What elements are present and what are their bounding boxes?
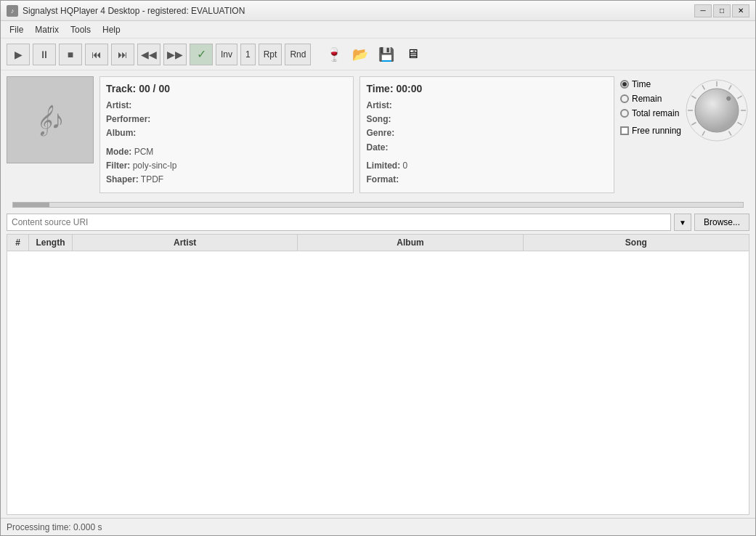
track-title: Track: 00 / 00 [106, 83, 347, 94]
rnd-button[interactable]: Rnd [285, 44, 311, 65]
performer-label: Performer: [106, 114, 150, 124]
next-track-button[interactable]: ⏭ [111, 44, 134, 65]
stop-button[interactable]: ■ [59, 44, 82, 65]
remain-radio[interactable]: Remain [620, 94, 681, 104]
artist-label: Artist: [106, 100, 131, 110]
album-field: Album: [106, 126, 347, 140]
time-panel: Time: 00:00 Artist: Song: Genre: Date: [359, 76, 614, 193]
col-album: Album [298, 235, 523, 251]
svg-point-12 [695, 89, 739, 132]
mode-label: Mode: [106, 147, 131, 157]
window-title: Signalyst HQPlayer 4 Desktop - registere… [23, 6, 245, 16]
volume-knob-container[interactable] [684, 78, 749, 143]
browse-button[interactable]: Browse... [694, 214, 749, 231]
mode-field: Mode: PCM [106, 145, 347, 159]
filter-field: Filter: poly-sinc-lp [106, 159, 347, 173]
performer-field: Performer: [106, 113, 347, 126]
time-radio-label: Time [632, 79, 651, 89]
wine-icon-button[interactable]: 🍷 [322, 44, 346, 65]
svg-line-7 [729, 85, 732, 89]
url-dropdown-button[interactable]: ▼ [674, 214, 691, 231]
right-panel: Time Remain Total remain Free running [620, 76, 749, 193]
check-button[interactable]: ✓ [190, 44, 213, 65]
free-running-checkbox[interactable]: Free running [620, 126, 681, 136]
menu-help[interactable]: Help [97, 23, 126, 36]
shaper-field: Shaper: TPDF [106, 173, 347, 187]
filter-value: poly-sinc-lp [133, 161, 177, 171]
inv-button[interactable]: Inv [216, 44, 237, 65]
col-song: Song [524, 235, 749, 251]
col-length: Length [29, 235, 73, 251]
radio-controls: Time Remain Total remain Free running [620, 76, 681, 136]
rpt-button[interactable]: Rpt [259, 44, 283, 65]
time-label: Time: [366, 83, 396, 94]
song-label: Song: [366, 114, 391, 124]
genre-label: Genre: [366, 128, 394, 138]
fast-forward-button[interactable]: ▶▶ [163, 44, 187, 65]
svg-line-11 [729, 131, 732, 136]
folder-icon-button[interactable]: 📂 [349, 44, 372, 65]
progress-bar-container[interactable] [1, 199, 755, 211]
format-label: Format: [366, 174, 399, 184]
progress-bar[interactable] [12, 202, 744, 208]
play-button[interactable]: ▶ [7, 44, 30, 65]
app-icon: ♪ [7, 5, 18, 17]
table-body [7, 251, 749, 514]
col-number: # [7, 235, 29, 251]
total-remain-radio-label: Total remain [632, 108, 679, 118]
album-art: 𝄞♪ [7, 76, 94, 163]
app-icon-button[interactable]: 🖥 [401, 44, 424, 65]
track-label: Track: [106, 83, 139, 94]
time-value: 00:00 [396, 83, 422, 94]
time-artist-label: Artist: [366, 100, 391, 110]
window-controls: ─ □ ✕ [694, 4, 749, 17]
svg-line-10 [738, 123, 742, 126]
one-button[interactable]: 1 [240, 44, 256, 65]
svg-line-1 [702, 131, 705, 136]
limited-value: 0 [403, 161, 408, 171]
shaper-label: Shaper: [106, 174, 139, 184]
date-label: Date: [366, 142, 388, 153]
time-artist-field: Artist: [366, 99, 607, 113]
genre-field: Genre: [366, 126, 607, 140]
minimize-button[interactable]: ─ [694, 4, 712, 17]
shaper-value: TPDF [141, 174, 163, 184]
svg-line-2 [691, 123, 696, 126]
menu-file[interactable]: File [4, 23, 29, 36]
limited-field: Limited: 0 [366, 159, 607, 173]
playlist-table: # Length Artist Album Song [7, 234, 749, 515]
date-field: Date: [366, 141, 607, 155]
free-running-box [620, 126, 629, 135]
pause-button[interactable]: ⏸ [33, 44, 56, 65]
rewind-button[interactable]: ◀◀ [137, 44, 160, 65]
table-header: # Length Artist Album Song [7, 235, 749, 251]
menu-bar: File Matrix Tools Help [1, 21, 755, 38]
svg-line-8 [738, 96, 742, 99]
artist-field: Artist: [106, 99, 347, 113]
save-icon-button[interactable]: 💾 [375, 44, 398, 65]
total-remain-radio[interactable]: Total remain [620, 108, 681, 118]
volume-knob-svg [684, 78, 749, 143]
main-content: 𝄞♪ Track: 00 / 00 Artist: Performer: Alb… [1, 70, 755, 199]
filter-label: Filter: [106, 161, 130, 171]
menu-tools[interactable]: Tools [65, 23, 97, 36]
album-label: Album: [106, 128, 136, 138]
svg-line-4 [691, 96, 696, 99]
free-running-label: Free running [632, 126, 681, 136]
toolbar: ▶ ⏸ ■ ⏮ ⏭ ◀◀ ▶▶ ✓ Inv 1 Rpt Rnd 🍷 📂 💾 🖥 [1, 38, 755, 70]
maximize-button[interactable]: □ [713, 4, 731, 17]
status-text: Processing time: 0.000 s [7, 522, 102, 532]
time-radio[interactable]: Time [620, 79, 681, 89]
format-field: Format: [366, 173, 607, 187]
menu-matrix[interactable]: Matrix [29, 23, 65, 36]
close-button[interactable]: ✕ [732, 4, 749, 17]
track-number: 00 / 00 [139, 83, 170, 94]
progress-fill [13, 203, 49, 207]
svg-line-5 [702, 85, 705, 89]
song-field: Song: [366, 113, 607, 126]
url-input[interactable] [7, 214, 671, 231]
prev-track-button[interactable]: ⏮ [85, 44, 108, 65]
remain-radio-label: Remain [632, 94, 662, 104]
total-remain-radio-circle [620, 109, 629, 118]
url-bar-row: ▼ Browse... [1, 211, 755, 234]
